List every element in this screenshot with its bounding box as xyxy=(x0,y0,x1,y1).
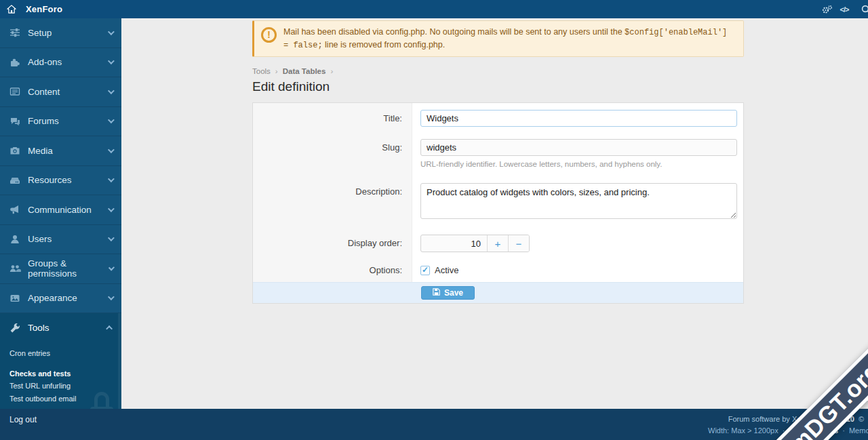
footer-memory-label: Memory: xyxy=(849,426,868,435)
display-order-stepper: + − xyxy=(420,235,530,252)
form-footer: Save xyxy=(253,282,743,303)
footer-time-label: Time: xyxy=(789,426,807,435)
display-order-label: Display order: xyxy=(348,238,402,248)
description-row: Description: Product catalog of widgets … xyxy=(253,175,743,230)
sidebar-item-resources[interactable]: Resources xyxy=(0,166,121,196)
breadcrumb: Tools › Data Tables › xyxy=(252,67,744,75)
decrement-button[interactable]: − xyxy=(508,235,529,252)
description-textarea[interactable]: Product catalog of widgets with colors, … xyxy=(420,183,737,219)
save-button-label: Save xyxy=(444,288,463,298)
sidebar-item-groups-permissions[interactable]: Groups & permissions xyxy=(0,254,121,284)
chevron-down-icon xyxy=(108,87,115,94)
breadcrumb-data-tables[interactable]: Data Tables xyxy=(283,67,326,75)
active-checkbox-label: Active xyxy=(435,265,458,275)
footer-stats: Width: Max > 1200px · Time: 0.0081s · Me… xyxy=(708,426,868,435)
chevron-down-icon xyxy=(108,117,115,123)
title-row: Title: xyxy=(253,103,743,133)
page-title: Edit definition xyxy=(252,79,744,94)
sidebar-item-label: Groups & permissions xyxy=(28,258,108,279)
footer-copyright: Forum software by XenForo®v2.3.10© xyxy=(728,415,864,423)
title-label: Title: xyxy=(383,113,402,123)
puzzle-icon xyxy=(9,57,22,68)
app-title[interactable]: XenForo xyxy=(26,4,62,14)
gears-icon[interactable] xyxy=(821,4,833,15)
sidebar-item-users[interactable]: Users xyxy=(0,225,121,255)
save-button[interactable]: Save xyxy=(421,286,475,300)
sidebar-item-label: Resources xyxy=(28,175,72,185)
warning-text: Mail has been disabled via config.php. N… xyxy=(283,26,735,52)
user-icon xyxy=(9,234,22,245)
chevron-down-icon xyxy=(108,146,115,153)
logout-link[interactable]: Log out xyxy=(9,415,37,424)
options-label: Options: xyxy=(370,265,402,275)
sidebar-item-label: Content xyxy=(28,87,60,97)
chevron-down-icon xyxy=(108,205,115,212)
warning-icon: ! xyxy=(261,27,277,43)
home-icon[interactable] xyxy=(0,5,23,14)
edit-definition-form: Title: Slug: URL-friendly identifier. Lo… xyxy=(252,102,744,304)
sidebar-item-media[interactable]: Media xyxy=(0,136,121,166)
display-order-input[interactable] xyxy=(421,235,487,252)
slug-help-text: URL-friendly identifier. Lowercase lette… xyxy=(420,160,737,168)
tools-link-test-url-unfurling[interactable]: Test URL unfurling xyxy=(0,380,121,393)
mail-disabled-warning: ! Mail has been disabled via config.php.… xyxy=(252,20,744,57)
sidebar-item-appearance[interactable]: Appearance xyxy=(0,284,121,314)
sidebar-item-label: Communication xyxy=(28,205,92,215)
title-input[interactable] xyxy=(420,110,737,127)
sidebar-item-setup[interactable]: Setup xyxy=(0,18,121,48)
image-icon xyxy=(9,293,22,304)
footer-version: v2.3.10 xyxy=(829,415,854,423)
chevron-down-icon xyxy=(108,235,115,241)
drive-icon xyxy=(9,175,22,186)
active-checkbox[interactable] xyxy=(420,266,430,275)
group-icon xyxy=(9,263,22,274)
display-order-row: Display order: + − xyxy=(253,230,743,257)
chevron-down-icon xyxy=(108,58,115,64)
search-icon[interactable] xyxy=(860,4,868,15)
sidebar-item-label: Media xyxy=(28,146,53,156)
save-icon xyxy=(433,288,440,298)
tools-group-header: Checks and tests xyxy=(0,367,121,380)
sidebar-item-label: Setup xyxy=(28,28,52,38)
chevron-down-icon xyxy=(108,264,115,271)
footer-dot: · xyxy=(842,426,845,435)
tools-link-test-outbound-email[interactable]: Test outbound email xyxy=(0,393,121,405)
sidebar-item-label: Users xyxy=(28,234,52,244)
sidebar: Setup Add-ons Content Forums Media xyxy=(0,18,121,409)
bullhorn-icon xyxy=(9,204,22,215)
sliders-icon xyxy=(9,27,22,38)
description-label: Description: xyxy=(355,186,402,197)
camera-icon xyxy=(9,145,22,156)
wrench-icon xyxy=(9,323,22,334)
sidebar-item-communication[interactable]: Communication xyxy=(0,195,121,225)
sidebar-item-forums[interactable]: Forums xyxy=(0,107,121,137)
footer-dot: · xyxy=(783,426,785,435)
slug-input[interactable] xyxy=(420,139,737,156)
breadcrumb-separator: › xyxy=(330,67,333,75)
sidebar-item-label: Forums xyxy=(28,116,59,126)
comments-icon xyxy=(9,116,22,127)
sidebar-item-content[interactable]: Content xyxy=(0,77,121,107)
tools-section: Tools Cron entries Checks and tests Test… xyxy=(0,313,121,421)
tools-link-cron-entries[interactable]: Cron entries xyxy=(0,347,121,360)
options-row: Options: Active xyxy=(253,257,743,282)
sidebar-item-tools[interactable]: Tools xyxy=(0,313,121,343)
top-bar: XenForo </> xyxy=(0,0,868,18)
increment-button[interactable]: + xyxy=(487,235,508,252)
chevron-down-icon xyxy=(108,176,115,182)
breadcrumb-tools[interactable]: Tools xyxy=(252,67,271,75)
chevron-down-icon xyxy=(108,28,115,35)
newspaper-icon xyxy=(9,86,22,97)
footer-copyright-symbol: © xyxy=(859,415,864,423)
footer-time-value: 0.0081s xyxy=(811,426,838,435)
sidebar-item-addons[interactable]: Add-ons xyxy=(0,48,121,78)
chevron-down-icon xyxy=(108,294,115,300)
breadcrumb-separator: › xyxy=(275,67,278,75)
page-footer: Log out Forum software by XenForo®v2.3.1… xyxy=(0,409,868,440)
footer-software[interactable]: Forum software by XenForo® xyxy=(728,415,826,423)
slug-row: Slug: URL-friendly identifier. Lowercase… xyxy=(253,133,743,175)
code-icon[interactable]: </> xyxy=(838,4,850,15)
sidebar-item-label: Add-ons xyxy=(28,57,62,67)
main-content: ! Mail has been disabled via config.php.… xyxy=(121,18,868,409)
sidebar-item-label: Appearance xyxy=(28,293,77,303)
